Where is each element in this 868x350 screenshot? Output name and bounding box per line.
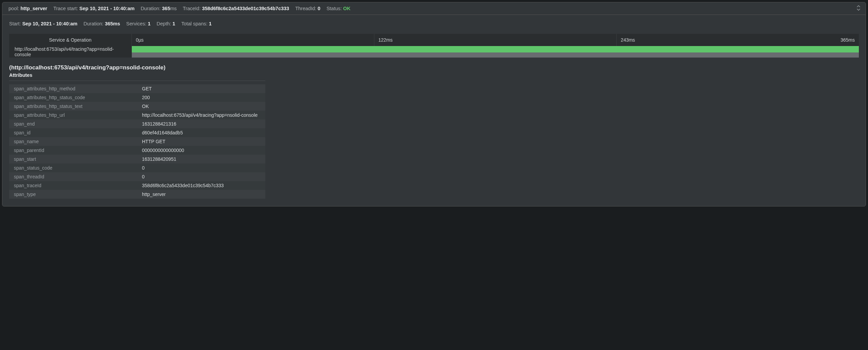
- traceid-value: 358d6f8c6c2a5433de01c39c54b7c333: [202, 6, 289, 11]
- attr-value: OK: [137, 102, 265, 111]
- attr-key: span_id: [9, 128, 137, 137]
- duration-value-unit: ms: [170, 6, 177, 11]
- table-row: span_threadId0: [9, 172, 265, 181]
- duration-label-2: Duration:: [84, 21, 104, 26]
- attr-key: span_start: [9, 155, 137, 163]
- timeline-tick-1: 122ms: [374, 34, 617, 46]
- attr-value: 358d6f8c6c2a5433de01c39c54b7c333: [137, 181, 265, 190]
- start-field: Start: Sep 10, 2021 - 10:40:am: [9, 21, 78, 26]
- threadid-label: ThreadId:: [295, 6, 316, 11]
- trace-start-field: Trace start: Sep 10, 2021 - 10:40:am: [53, 6, 135, 11]
- attr-value: d60ef4d1648dadb5: [137, 128, 265, 137]
- pool-value: http_server: [20, 6, 47, 11]
- depth-field: Depth: 1: [157, 21, 175, 26]
- timeline-tick-3: 365ms: [841, 37, 855, 43]
- span-track-bar: [132, 52, 859, 58]
- services-label: Services:: [126, 21, 147, 26]
- duration-label: Duration:: [141, 6, 161, 11]
- services-field: Services: 1: [126, 21, 151, 26]
- attr-key: span_parentId: [9, 146, 137, 155]
- span-duration-bar: [132, 46, 859, 52]
- attr-key: span_threadId: [9, 172, 137, 181]
- trace-start-label: Trace start:: [53, 6, 78, 11]
- start-label: Start:: [9, 21, 21, 26]
- duration-field-2: Duration: 365ms: [84, 21, 120, 26]
- panel-header: pool: http_server Trace start: Sep 10, 2…: [2, 2, 866, 15]
- table-row: span_idd60ef4d1648dadb5: [9, 128, 265, 137]
- attr-value: 0: [137, 172, 265, 181]
- table-row: span_start1631288420951: [9, 155, 265, 163]
- traceid-label: TraceId:: [183, 6, 201, 11]
- timeline-tick-2: 243ms 365ms: [617, 34, 859, 46]
- trace-start-value: Sep 10, 2021 - 10:40:am: [79, 6, 135, 11]
- table-row: span_end1631288421316: [9, 119, 265, 128]
- attr-key: span_end: [9, 119, 137, 128]
- start-value: Sep 10, 2021 - 10:40:am: [22, 21, 78, 26]
- duration-field: Duration: 365ms: [141, 6, 177, 11]
- timeline-header-service: Service & Operation: [9, 34, 132, 46]
- attr-value: 0: [137, 163, 265, 172]
- duration-value-2: 365ms: [105, 21, 120, 26]
- timeline-span-bar: [132, 46, 859, 58]
- timeline: Service & Operation 0µs 122ms 243ms 365m…: [9, 34, 859, 58]
- status-field: Status: OK: [327, 6, 351, 11]
- table-row: span_attributes_http_methodGET: [9, 84, 265, 93]
- threadid-field: ThreadId: 0: [295, 6, 320, 11]
- attr-value: http_server: [137, 190, 265, 199]
- attr-key: span_traceId: [9, 181, 137, 190]
- depth-value: 1: [172, 21, 175, 26]
- expand-collapse-icon[interactable]: [856, 5, 861, 12]
- duration-value-num: 365: [162, 6, 170, 11]
- attr-value: HTTP GET: [137, 137, 265, 146]
- table-row: span_parentId0000000000000000: [9, 146, 265, 155]
- pool-label: pool:: [8, 6, 19, 11]
- total-spans-value: 1: [209, 21, 212, 26]
- attr-key: span_status_code: [9, 163, 137, 172]
- attr-key: span_attributes_http_url: [9, 111, 137, 119]
- trace-summary-row: Start: Sep 10, 2021 - 10:40:am Duration:…: [9, 21, 859, 26]
- table-row: span_typehttp_server: [9, 190, 265, 199]
- total-spans-field: Total spans: 1: [181, 21, 212, 26]
- timeline-header-row: Service & Operation 0µs 122ms 243ms 365m…: [9, 34, 859, 46]
- table-row: span_status_code0: [9, 163, 265, 172]
- table-row: span_attributes_http_urlhttp://localhost…: [9, 111, 265, 119]
- services-value: 1: [148, 21, 150, 26]
- attr-value: 0000000000000000: [137, 146, 265, 155]
- attributes-table: span_attributes_http_methodGETspan_attri…: [9, 84, 265, 199]
- table-row: span_attributes_http_status_code200: [9, 93, 265, 102]
- threadid-value: 0: [318, 6, 321, 11]
- depth-label: Depth:: [157, 21, 171, 26]
- timeline-span-label: http://localhost:6753/api/v4/tracing?app…: [9, 46, 132, 58]
- panel-body: Start: Sep 10, 2021 - 10:40:am Duration:…: [2, 15, 866, 206]
- attr-value: 1631288420951: [137, 155, 265, 163]
- attr-key: span_name: [9, 137, 137, 146]
- attr-value: GET: [137, 84, 265, 93]
- timeline-tick-0: 0µs: [132, 34, 374, 46]
- attr-key: span_attributes_http_status_text: [9, 102, 137, 111]
- attr-value: 1631288421316: [137, 119, 265, 128]
- span-detail-title: (http://localhost:6753/api/v4/tracing?ap…: [9, 64, 859, 71]
- attr-key: span_type: [9, 190, 137, 199]
- status-label: Status:: [327, 6, 342, 11]
- trace-panel: pool: http_server Trace start: Sep 10, 2…: [2, 2, 866, 206]
- status-value: OK: [343, 6, 351, 11]
- traceid-field: TraceId: 358d6f8c6c2a5433de01c39c54b7c33…: [183, 6, 289, 11]
- table-row: span_attributes_http_status_textOK: [9, 102, 265, 111]
- pool-field: pool: http_server: [8, 6, 47, 11]
- attr-value: 200: [137, 93, 265, 102]
- timeline-span-row[interactable]: http://localhost:6753/api/v4/tracing?app…: [9, 46, 859, 58]
- attributes-heading: Attributes: [9, 72, 265, 81]
- total-spans-label: Total spans:: [181, 21, 207, 26]
- attr-value: http://localhost:6753/api/v4/tracing?app…: [137, 111, 265, 119]
- table-row: span_nameHTTP GET: [9, 137, 265, 146]
- attr-key: span_attributes_http_status_code: [9, 93, 137, 102]
- table-row: span_traceId358d6f8c6c2a5433de01c39c54b7…: [9, 181, 265, 190]
- attr-key: span_attributes_http_method: [9, 84, 137, 93]
